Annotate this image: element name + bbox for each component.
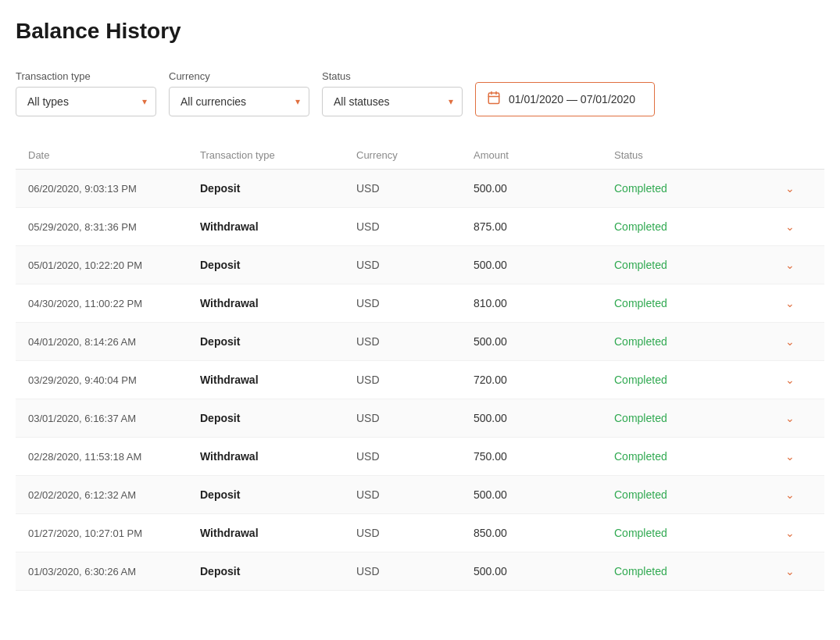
filter-currency-label: Currency <box>169 70 309 82</box>
date-range-value: 01/01/2020 — 07/01/2020 <box>509 93 635 105</box>
cell-status: Completed <box>614 374 770 386</box>
expand-icon[interactable]: ⌄ <box>770 565 810 577</box>
cell-status: Completed <box>614 297 770 309</box>
table-row[interactable]: 02/28/2020, 11:53:18 AM Withdrawal USD 7… <box>16 438 824 476</box>
cell-date: 01/27/2020, 10:27:01 PM <box>28 527 200 539</box>
table-row[interactable]: 01/03/2020, 6:30:26 AM Deposit USD 500.0… <box>16 552 824 591</box>
table-row[interactable]: 06/20/2020, 9:03:13 PM Deposit USD 500.0… <box>16 170 824 208</box>
cell-date: 03/01/2020, 6:16:37 AM <box>28 413 200 424</box>
cell-type: Deposit <box>200 182 356 195</box>
cell-type: Withdrawal <box>200 527 356 539</box>
cell-status: Completed <box>614 565 770 577</box>
cell-status: Completed <box>614 412 770 424</box>
cell-currency: USD <box>356 412 474 424</box>
cell-type: Deposit <box>200 565 356 577</box>
cell-date: 05/01/2020, 10:22:20 PM <box>28 259 200 271</box>
expand-icon[interactable]: ⌄ <box>770 182 810 195</box>
cell-type: Withdrawal <box>200 450 356 463</box>
table-row[interactable]: 05/29/2020, 8:31:36 PM Withdrawal USD 87… <box>16 208 824 246</box>
cell-date: 05/29/2020, 8:31:36 PM <box>28 221 200 233</box>
cell-date: 04/30/2020, 11:00:22 PM <box>28 298 200 309</box>
cell-amount: 500.00 <box>474 259 614 271</box>
cell-date: 02/28/2020, 11:53:18 AM <box>28 451 200 463</box>
table-row[interactable]: 01/27/2020, 10:27:01 PM Withdrawal USD 8… <box>16 514 824 552</box>
filter-status: Status All statuses Completed Pending Fa… <box>322 70 463 116</box>
filter-date-range: 01/01/2020 — 07/01/2020 <box>475 66 655 116</box>
cell-currency: USD <box>356 374 474 386</box>
cell-amount: 500.00 <box>474 488 614 501</box>
expand-icon[interactable]: ⌄ <box>770 297 810 309</box>
cell-amount: 875.00 <box>474 220 614 233</box>
cell-amount: 500.00 <box>474 335 614 348</box>
currency-select[interactable]: All currencies USD EUR GBP <box>169 87 309 116</box>
filter-transaction-type: Transaction type All types Deposit Withd… <box>16 70 156 116</box>
filter-date-range-label <box>475 66 655 77</box>
expand-icon[interactable]: ⌄ <box>770 335 810 348</box>
cell-type: Withdrawal <box>200 374 356 386</box>
calendar-icon <box>487 91 501 108</box>
filter-transaction-type-label: Transaction type <box>16 70 156 82</box>
table-row[interactable]: 04/30/2020, 11:00:22 PM Withdrawal USD 8… <box>16 284 824 323</box>
expand-icon[interactable]: ⌄ <box>770 259 810 271</box>
cell-type: Deposit <box>200 259 356 271</box>
col-currency: Currency <box>356 149 474 161</box>
col-date: Date <box>28 149 200 161</box>
cell-date: 03/29/2020, 9:40:04 PM <box>28 374 200 386</box>
cell-status: Completed <box>614 220 770 233</box>
cell-amount: 750.00 <box>474 450 614 463</box>
cell-currency: USD <box>356 488 474 501</box>
cell-currency: USD <box>356 450 474 463</box>
cell-currency: USD <box>356 220 474 233</box>
transaction-type-select-wrapper: All types Deposit Withdrawal ▾ <box>16 87 156 116</box>
cell-amount: 500.00 <box>474 412 614 424</box>
cell-currency: USD <box>356 182 474 195</box>
table-header: Date Transaction type Currency Amount St… <box>16 141 824 170</box>
cell-type: Withdrawal <box>200 220 356 233</box>
cell-currency: USD <box>356 259 474 271</box>
cell-currency: USD <box>356 565 474 577</box>
cell-amount: 810.00 <box>474 297 614 309</box>
cell-currency: USD <box>356 335 474 348</box>
cell-currency: USD <box>356 297 474 309</box>
col-expand <box>770 149 810 161</box>
cell-amount: 500.00 <box>474 182 614 195</box>
expand-icon[interactable]: ⌄ <box>770 412 810 424</box>
cell-type: Deposit <box>200 488 356 501</box>
table-row[interactable]: 05/01/2020, 10:22:20 PM Deposit USD 500.… <box>16 246 824 284</box>
page-title: Balance History <box>16 19 824 44</box>
date-range-picker[interactable]: 01/01/2020 — 07/01/2020 <box>475 82 655 116</box>
filters-bar: Transaction type All types Deposit Withd… <box>16 66 824 116</box>
col-type: Transaction type <box>200 149 356 161</box>
status-select[interactable]: All statuses Completed Pending Failed <box>322 87 463 116</box>
status-select-wrapper: All statuses Completed Pending Failed ▾ <box>322 87 463 116</box>
cell-amount: 720.00 <box>474 374 614 386</box>
cell-status: Completed <box>614 335 770 348</box>
expand-icon[interactable]: ⌄ <box>770 450 810 463</box>
cell-amount: 500.00 <box>474 565 614 577</box>
transaction-type-select[interactable]: All types Deposit Withdrawal <box>16 87 156 116</box>
filter-currency: Currency All currencies USD EUR GBP ▾ <box>169 70 309 116</box>
cell-date: 01/03/2020, 6:30:26 AM <box>28 566 200 577</box>
cell-currency: USD <box>356 527 474 539</box>
cell-status: Completed <box>614 182 770 195</box>
table-row[interactable]: 04/01/2020, 8:14:26 AM Deposit USD 500.0… <box>16 323 824 361</box>
expand-icon[interactable]: ⌄ <box>770 488 810 501</box>
expand-icon[interactable]: ⌄ <box>770 527 810 539</box>
cell-status: Completed <box>614 259 770 271</box>
table-row[interactable]: 03/01/2020, 6:16:37 AM Deposit USD 500.0… <box>16 399 824 438</box>
cell-date: 04/01/2020, 8:14:26 AM <box>28 336 200 348</box>
cell-status: Completed <box>614 527 770 539</box>
currency-select-wrapper: All currencies USD EUR GBP ▾ <box>169 87 309 116</box>
cell-amount: 850.00 <box>474 527 614 539</box>
cell-date: 06/20/2020, 9:03:13 PM <box>28 183 200 195</box>
svg-rect-0 <box>488 93 499 104</box>
transactions-table: Date Transaction type Currency Amount St… <box>16 141 824 591</box>
cell-date: 02/02/2020, 6:12:32 AM <box>28 489 200 501</box>
col-status: Status <box>614 149 770 161</box>
expand-icon[interactable]: ⌄ <box>770 374 810 386</box>
table-row[interactable]: 02/02/2020, 6:12:32 AM Deposit USD 500.0… <box>16 476 824 514</box>
col-amount: Amount <box>474 149 614 161</box>
cell-status: Completed <box>614 450 770 463</box>
expand-icon[interactable]: ⌄ <box>770 220 810 233</box>
table-row[interactable]: 03/29/2020, 9:40:04 PM Withdrawal USD 72… <box>16 361 824 399</box>
